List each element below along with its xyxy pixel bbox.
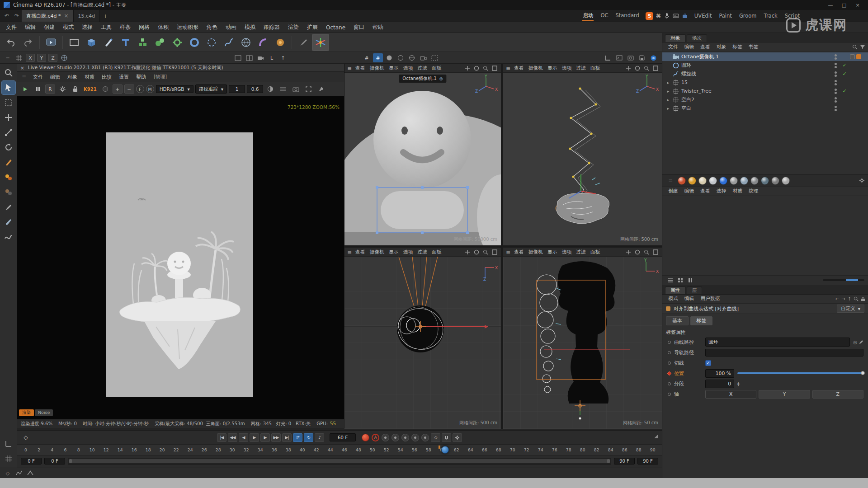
om-menu-item[interactable]: 书签 [745, 44, 762, 50]
rectangle-selection-tool-icon[interactable] [2, 96, 15, 109]
lv-pause-icon[interactable] [33, 84, 43, 94]
maximize-view-icon[interactable] [652, 249, 659, 255]
viewport-top[interactable]: ≡ 查看摄像机显示选项过滤面板 [344, 248, 501, 429]
zoom-view-icon[interactable] [482, 65, 489, 71]
material-menu-item[interactable]: 创建 [665, 188, 681, 194]
menu-item[interactable]: 选择 [78, 23, 97, 31]
viewport-menu-item[interactable]: 摄像机 [528, 249, 543, 255]
record-pla-button[interactable] [421, 434, 429, 441]
viewport-canvas[interactable]: X Y Z 网格间距: 500 cm [503, 73, 662, 245]
doc-tab[interactable]: 直播白膜.c4d *× [22, 10, 74, 22]
keyframe-dot[interactable] [668, 341, 671, 344]
viewport-menu-icon[interactable]: ≡ [506, 249, 510, 255]
axis-y-button[interactable]: Y [759, 390, 810, 399]
pen-tool-icon[interactable] [100, 34, 117, 51]
material-swatch[interactable] [698, 177, 707, 185]
list-view-icon[interactable] [666, 277, 674, 284]
dynamics-icon[interactable] [152, 34, 168, 51]
workplane-grid-icon[interactable] [14, 53, 24, 62]
layout-tab-Paint[interactable]: Paint [718, 11, 732, 20]
viewport-camera-icon[interactable] [418, 53, 428, 62]
edit-link-icon[interactable] [859, 340, 863, 344]
range-end-field[interactable]: 90 F [614, 458, 635, 465]
maximize-view-icon[interactable] [491, 249, 498, 255]
lv-compare-icon[interactable] [265, 84, 276, 94]
history-back-icon[interactable]: ← [835, 296, 839, 301]
viewport-perspective-main[interactable]: ≡ 查看摄像机显示选项过滤面板 [344, 64, 501, 245]
material-menu-item[interactable]: 纹理 [745, 188, 762, 194]
menu-item[interactable]: 跟踪器 [259, 23, 284, 31]
current-frame-field[interactable]: 60 F [330, 433, 356, 441]
lv-render-canvas[interactable]: 723*1280 ZOOM:56% [17, 96, 344, 419]
single-view-icon[interactable] [233, 53, 243, 62]
visibility-dots[interactable] [832, 71, 839, 77]
material-swatch[interactable] [709, 177, 717, 185]
material-swatch[interactable] [678, 177, 686, 185]
camera-name-chip[interactable]: Octane摄像机.1◎ [399, 75, 446, 83]
color-dots-icon[interactable] [2, 170, 15, 184]
lv-lock-icon[interactable] [70, 84, 80, 94]
viewport-menu-item[interactable]: 查看 [355, 249, 365, 255]
keyframe-icon[interactable]: ◇ [3, 469, 12, 477]
layout-corner-icon[interactable] [603, 53, 613, 62]
history-forward-icon[interactable]: → [841, 296, 845, 301]
fcurve-icon[interactable] [14, 469, 24, 477]
lv-menu-item[interactable]: 对象 [64, 74, 81, 80]
tab-场次[interactable]: 场次 [687, 34, 708, 42]
viewport-menu-item[interactable]: 摄像机 [370, 65, 384, 71]
viewport-menu-icon[interactable]: ≡ [347, 249, 352, 255]
layout-tab-UVEdit[interactable]: UVEdit [694, 11, 712, 20]
viewport-menu-item[interactable]: 过滤 [576, 249, 586, 255]
attr-menu-item[interactable]: 编辑 [681, 296, 698, 302]
target-tag-icon[interactable] [850, 54, 855, 59]
live-selection-tool-icon[interactable] [2, 81, 15, 94]
object-row[interactable]: Octane摄像机.1 [662, 52, 868, 61]
maximize-button[interactable]: □ [837, 2, 851, 8]
layout-tab-Script[interactable]: Script [784, 11, 800, 20]
expand-arrow-icon[interactable]: ▸ [666, 89, 670, 94]
viewport-menu-item[interactable]: 面板 [432, 249, 442, 255]
circle-spline-icon[interactable] [203, 34, 220, 51]
maximize-view-icon[interactable] [652, 65, 659, 71]
menu-item[interactable]: 样条 [116, 23, 135, 31]
lv-menu-item[interactable]: 文件 [29, 74, 47, 80]
zoom-view-icon[interactable] [643, 65, 650, 71]
render-view-icon[interactable] [43, 34, 59, 51]
panel-menu-icon[interactable]: ≡ [3, 53, 13, 62]
spline-smooth-tool-icon[interactable] [2, 230, 15, 244]
lv-region-button[interactable]: R [45, 84, 55, 94]
pan-icon[interactable] [464, 249, 471, 255]
input-lang-chip[interactable]: 英 [656, 13, 661, 19]
position-field[interactable]: 100 % [705, 369, 734, 378]
rail-path-field[interactable] [705, 349, 863, 357]
viewport-menu-item[interactable]: 摄像机 [370, 249, 384, 255]
sound-button[interactable]: ♪ [315, 433, 324, 442]
preview-size-slider[interactable] [823, 279, 864, 281]
rotate-tool-icon[interactable] [2, 141, 15, 154]
shading-sphere-icon[interactable] [384, 53, 394, 62]
record-scale-button[interactable] [392, 434, 399, 441]
object-row[interactable]: ▸Twister_Tree✓ [662, 87, 868, 95]
visibility-dots[interactable] [832, 97, 839, 103]
lv-gamma-field[interactable]: 0.6 [247, 85, 263, 93]
viewport-menu-item[interactable]: 查看 [514, 249, 524, 255]
lv-minus-button[interactable]: − [124, 84, 134, 94]
lv-passes-icon[interactable] [278, 84, 288, 94]
goto-end-button[interactable]: ▶| [282, 433, 292, 442]
record-button[interactable] [362, 434, 369, 441]
menu-item[interactable]: 模式 [59, 23, 78, 31]
menu-item[interactable]: 创建 [40, 23, 59, 31]
viewport-menu-item[interactable]: 显示 [389, 249, 399, 255]
expand-arrow-icon[interactable]: ▸ [666, 80, 670, 85]
viewport-front[interactable]: ≡ 查看摄像机显示选项过滤面板 [503, 248, 662, 429]
isoline-icon[interactable] [407, 53, 417, 62]
viewport-canvas[interactable]: X Z 网格间距: 500 cm [344, 257, 501, 429]
minimize-button[interactable]: — [824, 2, 837, 8]
material-swatch[interactable] [782, 177, 790, 185]
material-menu-item[interactable]: 查看 [697, 188, 713, 194]
pen-spline-tool-icon[interactable] [2, 155, 15, 169]
segment-stepper[interactable]: ▲▼ [737, 381, 740, 386]
goto-start-button[interactable]: |◀ [217, 433, 226, 442]
expand-arrow-icon[interactable]: ▸ [666, 106, 670, 111]
om-menu-item[interactable]: 标签 [729, 44, 745, 50]
